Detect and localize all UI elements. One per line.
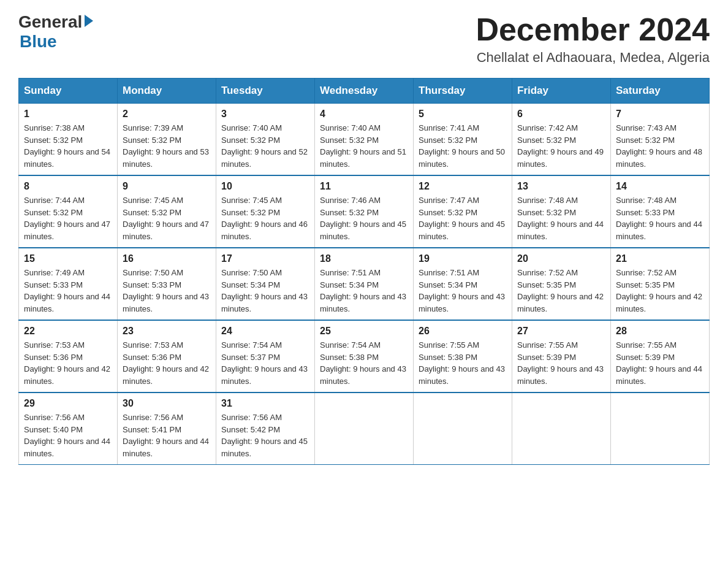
day-info: Sunrise: 7:49 AM Sunset: 5:33 PM Dayligh… xyxy=(24,267,112,315)
sunrise-label: Sunrise: 7:51 AM xyxy=(419,268,479,277)
sunset-label: Sunset: 5:39 PM xyxy=(616,353,675,362)
day-info: Sunrise: 7:40 AM Sunset: 5:32 PM Dayligh… xyxy=(320,122,408,170)
sunset-label: Sunset: 5:36 PM xyxy=(24,353,83,362)
month-title: December 2024 xyxy=(476,12,710,47)
calendar-week-row: 22 Sunrise: 7:53 AM Sunset: 5:36 PM Dayl… xyxy=(19,320,710,393)
daylight-label: Daylight: 9 hours and 42 minutes. xyxy=(123,364,209,386)
logo-arrow-icon xyxy=(85,15,93,27)
location: Chellalat el Adhaouara, Medea, Algeria xyxy=(476,50,710,66)
logo: General Blue xyxy=(18,12,93,52)
daylight-label: Daylight: 9 hours and 44 minutes. xyxy=(616,220,702,241)
calendar-day-cell: 8 Sunrise: 7:44 AM Sunset: 5:32 PM Dayli… xyxy=(19,175,118,248)
calendar-day-cell xyxy=(512,393,611,465)
day-info: Sunrise: 7:45 AM Sunset: 5:32 PM Dayligh… xyxy=(123,194,211,242)
sunset-label: Sunset: 5:32 PM xyxy=(320,136,379,145)
day-info: Sunrise: 7:44 AM Sunset: 5:32 PM Dayligh… xyxy=(24,194,112,242)
daylight-label: Daylight: 9 hours and 43 minutes. xyxy=(320,364,406,386)
daylight-label: Daylight: 9 hours and 50 minutes. xyxy=(419,147,505,169)
calendar-day-cell: 7 Sunrise: 7:43 AM Sunset: 5:32 PM Dayli… xyxy=(611,104,710,176)
sunset-label: Sunset: 5:32 PM xyxy=(24,208,83,217)
day-number: 27 xyxy=(517,326,605,337)
daylight-label: Daylight: 9 hours and 46 minutes. xyxy=(221,220,308,241)
page-header: General Blue December 2024 Chellalat el … xyxy=(18,12,710,66)
daylight-label: Daylight: 9 hours and 53 minutes. xyxy=(123,147,209,169)
day-number: 24 xyxy=(221,326,309,337)
calendar-day-header: Tuesday xyxy=(216,79,315,104)
day-info: Sunrise: 7:55 AM Sunset: 5:38 PM Dayligh… xyxy=(419,339,507,387)
calendar-day-cell: 12 Sunrise: 7:47 AM Sunset: 5:32 PM Dayl… xyxy=(414,175,512,248)
sunrise-label: Sunrise: 7:48 AM xyxy=(517,196,578,205)
day-info: Sunrise: 7:53 AM Sunset: 5:36 PM Dayligh… xyxy=(24,339,112,387)
day-number: 18 xyxy=(320,253,408,264)
sunrise-label: Sunrise: 7:39 AM xyxy=(123,123,183,132)
calendar-day-cell: 5 Sunrise: 7:41 AM Sunset: 5:32 PM Dayli… xyxy=(414,104,512,176)
sunrise-label: Sunrise: 7:54 AM xyxy=(320,340,381,350)
day-number: 13 xyxy=(517,181,605,192)
day-info: Sunrise: 7:56 AM Sunset: 5:41 PM Dayligh… xyxy=(123,412,211,459)
calendar-day-cell: 3 Sunrise: 7:40 AM Sunset: 5:32 PM Dayli… xyxy=(216,104,315,176)
day-info: Sunrise: 7:51 AM Sunset: 5:34 PM Dayligh… xyxy=(320,267,408,315)
logo-blue-text: Blue xyxy=(20,32,57,51)
sunset-label: Sunset: 5:38 PM xyxy=(320,353,379,362)
sunrise-label: Sunrise: 7:53 AM xyxy=(24,340,85,350)
day-number: 31 xyxy=(221,398,309,409)
sunrise-label: Sunrise: 7:52 AM xyxy=(616,268,677,277)
daylight-label: Daylight: 9 hours and 54 minutes. xyxy=(24,147,110,169)
day-info: Sunrise: 7:53 AM Sunset: 5:36 PM Dayligh… xyxy=(123,339,211,387)
calendar-day-cell: 18 Sunrise: 7:51 AM Sunset: 5:34 PM Dayl… xyxy=(315,248,414,320)
day-number: 1 xyxy=(24,109,112,120)
calendar-day-cell: 19 Sunrise: 7:51 AM Sunset: 5:34 PM Dayl… xyxy=(414,248,512,320)
logo-general-text: General xyxy=(18,12,82,32)
day-info: Sunrise: 7:48 AM Sunset: 5:32 PM Dayligh… xyxy=(517,194,605,242)
day-info: Sunrise: 7:39 AM Sunset: 5:32 PM Dayligh… xyxy=(123,122,211,170)
day-info: Sunrise: 7:38 AM Sunset: 5:32 PM Dayligh… xyxy=(24,122,112,170)
day-info: Sunrise: 7:50 AM Sunset: 5:34 PM Dayligh… xyxy=(221,267,309,315)
daylight-label: Daylight: 9 hours and 43 minutes. xyxy=(221,364,308,386)
calendar-day-cell: 13 Sunrise: 7:48 AM Sunset: 5:32 PM Dayl… xyxy=(512,175,611,248)
daylight-label: Daylight: 9 hours and 43 minutes. xyxy=(123,292,209,313)
daylight-label: Daylight: 9 hours and 47 minutes. xyxy=(24,220,110,241)
calendar-day-cell: 24 Sunrise: 7:54 AM Sunset: 5:37 PM Dayl… xyxy=(216,320,315,393)
daylight-label: Daylight: 9 hours and 44 minutes. xyxy=(123,437,209,458)
calendar-day-header: Friday xyxy=(512,79,611,104)
day-number: 4 xyxy=(320,109,408,120)
sunset-label: Sunset: 5:32 PM xyxy=(517,136,576,145)
sunrise-label: Sunrise: 7:42 AM xyxy=(517,123,578,132)
daylight-label: Daylight: 9 hours and 51 minutes. xyxy=(320,147,406,169)
calendar-day-cell: 16 Sunrise: 7:50 AM Sunset: 5:33 PM Dayl… xyxy=(118,248,216,320)
sunset-label: Sunset: 5:37 PM xyxy=(221,353,280,362)
daylight-label: Daylight: 9 hours and 43 minutes. xyxy=(419,292,505,313)
sunrise-label: Sunrise: 7:51 AM xyxy=(320,268,381,277)
daylight-label: Daylight: 9 hours and 49 minutes. xyxy=(517,147,604,169)
day-number: 14 xyxy=(616,181,704,192)
day-number: 17 xyxy=(221,253,309,264)
day-info: Sunrise: 7:56 AM Sunset: 5:40 PM Dayligh… xyxy=(24,412,112,459)
sunrise-label: Sunrise: 7:55 AM xyxy=(419,340,479,350)
sunset-label: Sunset: 5:41 PM xyxy=(123,425,181,434)
calendar-day-header: Saturday xyxy=(611,79,710,104)
day-info: Sunrise: 7:54 AM Sunset: 5:38 PM Dayligh… xyxy=(320,339,408,387)
sunrise-label: Sunrise: 7:55 AM xyxy=(517,340,578,350)
sunset-label: Sunset: 5:32 PM xyxy=(616,136,675,145)
calendar-day-cell xyxy=(414,393,512,465)
daylight-label: Daylight: 9 hours and 48 minutes. xyxy=(616,147,702,169)
calendar-day-cell: 20 Sunrise: 7:52 AM Sunset: 5:35 PM Dayl… xyxy=(512,248,611,320)
day-number: 21 xyxy=(616,253,704,264)
sunset-label: Sunset: 5:35 PM xyxy=(616,280,675,289)
day-info: Sunrise: 7:48 AM Sunset: 5:33 PM Dayligh… xyxy=(616,194,704,242)
sunrise-label: Sunrise: 7:47 AM xyxy=(419,196,479,205)
sunrise-label: Sunrise: 7:38 AM xyxy=(24,123,85,132)
calendar-day-cell: 27 Sunrise: 7:55 AM Sunset: 5:39 PM Dayl… xyxy=(512,320,611,393)
calendar-week-row: 29 Sunrise: 7:56 AM Sunset: 5:40 PM Dayl… xyxy=(19,393,710,465)
sunset-label: Sunset: 5:39 PM xyxy=(517,353,576,362)
sunrise-label: Sunrise: 7:41 AM xyxy=(419,123,479,132)
calendar-week-row: 15 Sunrise: 7:49 AM Sunset: 5:33 PM Dayl… xyxy=(19,248,710,320)
day-number: 20 xyxy=(517,253,605,264)
day-info: Sunrise: 7:55 AM Sunset: 5:39 PM Dayligh… xyxy=(616,339,704,387)
daylight-label: Daylight: 9 hours and 42 minutes. xyxy=(616,292,702,313)
day-info: Sunrise: 7:54 AM Sunset: 5:37 PM Dayligh… xyxy=(221,339,309,387)
day-info: Sunrise: 7:43 AM Sunset: 5:32 PM Dayligh… xyxy=(616,122,704,170)
sunset-label: Sunset: 5:32 PM xyxy=(419,136,477,145)
calendar-header-row: SundayMondayTuesdayWednesdayThursdayFrid… xyxy=(19,79,710,104)
day-info: Sunrise: 7:45 AM Sunset: 5:32 PM Dayligh… xyxy=(221,194,309,242)
